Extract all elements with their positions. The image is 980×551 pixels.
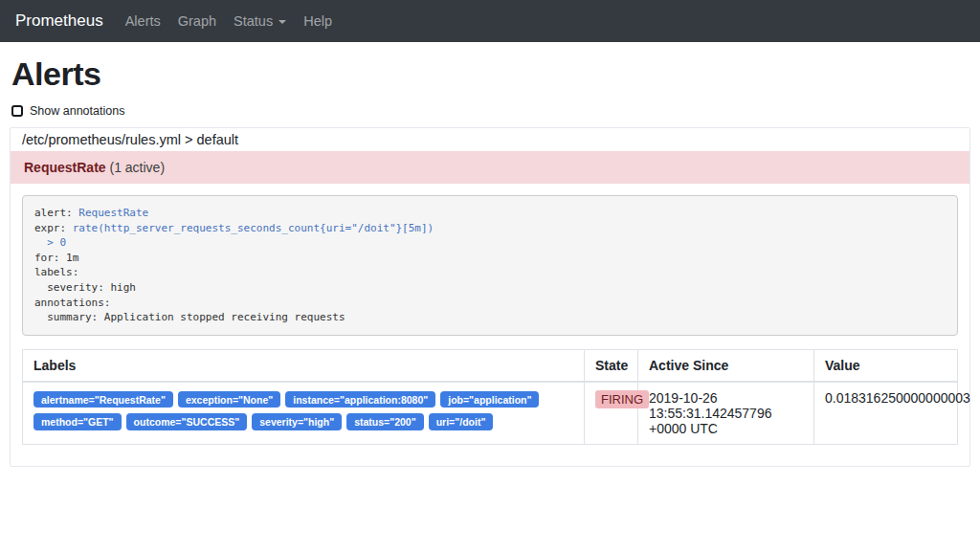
header-value: Value (814, 349, 958, 382)
alerts-table: Labels State Active Since Value alertnam… (22, 349, 958, 445)
nav-item-status[interactable]: Status (225, 13, 295, 29)
expr-link[interactable]: rate(http_server_requests_seconds_count{… (73, 222, 434, 234)
nav-item-help[interactable]: Help (295, 13, 341, 29)
code-line: annotations: (34, 296, 946, 311)
expr-link[interactable]: > 0 (34, 236, 66, 249)
code-text: annotations: (34, 297, 110, 309)
label-badge: exception="None" (178, 391, 280, 408)
code-line: severity: high (34, 280, 946, 296)
code-text: labels: (34, 266, 78, 278)
header-active-since: Active Since (638, 349, 814, 382)
alert-header[interactable]: RequestRate (1 active) (11, 151, 969, 184)
page-title: Alerts (11, 55, 970, 93)
main-content: Alerts Show annotations /etc/prometheus/… (0, 55, 980, 467)
label-badge: job="application" (440, 391, 539, 408)
code-text: summary: Application stopped receiving r… (34, 311, 345, 323)
alert-active-count: (1 active) (109, 160, 165, 175)
table-row: alertname="RequestRate"exception="None"i… (23, 382, 958, 445)
nav-items: AlertsGraphStatusHelp (117, 13, 341, 29)
brand-link[interactable]: Prometheus (15, 11, 103, 31)
code-text: for: 1m (34, 252, 78, 264)
rule-code: alert: RequestRateexpr: rate(http_server… (22, 195, 958, 336)
alert-name: RequestRate (24, 160, 106, 175)
code-line: summary: Application stopped receiving r… (34, 310, 946, 325)
active-since-cell: 2019-10-26 13:55:31.142457796 +0000 UTC (638, 382, 814, 445)
alert-details: alert: RequestRateexpr: rate(http_server… (11, 184, 969, 466)
rule-group-path: /etc/prometheus/rules.yml > default (11, 128, 969, 151)
code-text: expr: (34, 222, 73, 234)
label-badge: instance="application:8080" (285, 391, 435, 408)
chevron-down-icon (278, 20, 286, 24)
label-badge: status="200" (346, 413, 424, 430)
rule-group-card: /etc/prometheus/rules.yml > default Requ… (10, 127, 970, 467)
header-labels: Labels (23, 349, 585, 382)
code-line: expr: rate(http_server_requests_seconds_… (34, 221, 946, 236)
code-line: labels: (34, 265, 946, 280)
labels-cell: alertname="RequestRate"exception="None"i… (23, 382, 585, 445)
code-line: for: 1m (34, 251, 946, 266)
code-line: alert: RequestRate (34, 206, 946, 221)
label-badge: uri="/doit" (429, 413, 494, 430)
label-badge: severity="high" (252, 413, 342, 430)
navbar: Prometheus AlertsGraphStatusHelp (0, 0, 980, 42)
code-line: > 0 (34, 235, 946, 251)
alert-name-link[interactable]: RequestRate (78, 207, 148, 219)
state-cell: FIRING (585, 382, 638, 445)
nav-item-alerts[interactable]: Alerts (117, 13, 169, 29)
value-cell: 0.018316250000000003 (814, 382, 958, 445)
table-header-row: Labels State Active Since Value (23, 349, 958, 382)
state-badge: FIRING (595, 390, 649, 408)
nav-item-graph[interactable]: Graph (169, 13, 225, 29)
header-state: State (585, 349, 638, 382)
code-text: alert: (34, 207, 78, 219)
label-badge: outcome="SUCCESS" (126, 413, 248, 430)
code-text: severity: high (34, 281, 136, 294)
show-annotations-row: Show annotations (11, 104, 970, 118)
show-annotations-label[interactable]: Show annotations (30, 104, 124, 118)
label-badge: alertname="RequestRate" (33, 391, 173, 408)
label-badge: method="GET" (33, 413, 122, 430)
show-annotations-checkbox[interactable] (11, 105, 23, 117)
